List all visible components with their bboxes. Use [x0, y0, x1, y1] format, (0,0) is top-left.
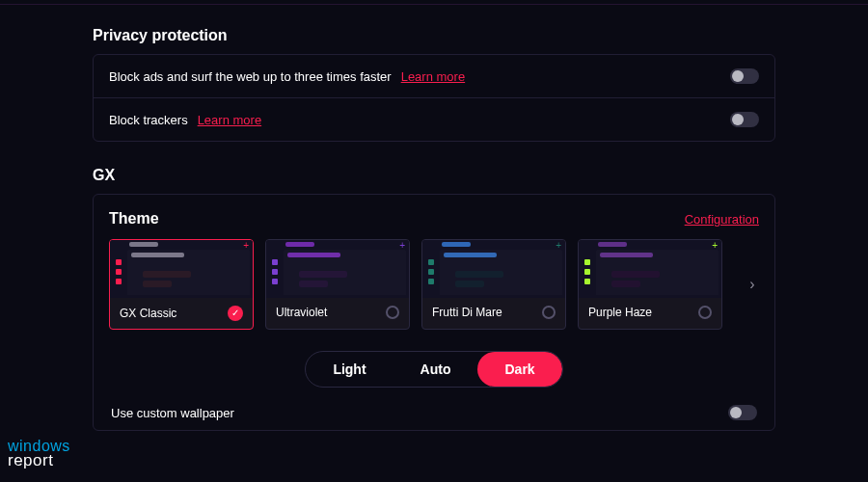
- theme-name: Purple Haze: [588, 306, 652, 319]
- theme-tile-ultraviolet[interactable]: + Ultraviolet: [265, 239, 410, 330]
- theme-card: Theme Configuration + GX Classic ✓: [93, 194, 775, 431]
- theme-tiles: + GX Classic ✓ +: [109, 239, 732, 330]
- custom-wallpaper-label: Use custom wallpaper: [111, 406, 234, 420]
- theme-name: Ultraviolet: [276, 306, 327, 319]
- check-icon: ✓: [228, 306, 243, 321]
- theme-title: Theme: [109, 210, 159, 228]
- block-ads-label: Block ads and surf the web up to three t…: [109, 69, 392, 84]
- mode-auto-button[interactable]: Auto: [393, 352, 478, 387]
- configuration-link[interactable]: Configuration: [685, 212, 759, 227]
- block-trackers-toggle[interactable]: [730, 112, 759, 127]
- radio-icon: [386, 306, 399, 319]
- radio-icon: [542, 306, 556, 319]
- custom-wallpaper-toggle[interactable]: [728, 405, 757, 420]
- block-ads-learn-more-link[interactable]: Learn more: [401, 69, 465, 84]
- theme-preview: +: [579, 240, 721, 298]
- chevron-right-icon: ›: [749, 276, 754, 292]
- block-ads-toggle[interactable]: [730, 68, 759, 84]
- block-trackers-label: Block trackers: [109, 113, 188, 127]
- custom-wallpaper-row: Use custom wallpaper: [109, 405, 759, 430]
- mode-light-button[interactable]: Light: [306, 352, 393, 387]
- color-mode-segmented: Light Auto Dark: [305, 351, 562, 388]
- privacy-card: Block ads and surf the web up to three t…: [93, 54, 775, 142]
- theme-name: GX Classic: [120, 307, 176, 320]
- watermark-line2: report: [8, 453, 70, 469]
- theme-preview: +: [266, 240, 409, 298]
- watermark: windows report: [8, 439, 70, 469]
- block-trackers-learn-more-link[interactable]: Learn more: [198, 113, 261, 127]
- theme-preview: +: [422, 240, 565, 298]
- theme-tile-frutti-di-mare[interactable]: + Frutti Di Mare: [421, 239, 566, 330]
- radio-icon: [698, 306, 712, 319]
- privacy-section-title: Privacy protection: [93, 27, 775, 44]
- gx-section-title: GX: [93, 167, 775, 184]
- theme-name: Frutti Di Mare: [432, 306, 502, 319]
- mode-dark-button[interactable]: Dark: [477, 352, 561, 387]
- theme-preview: +: [110, 240, 253, 298]
- themes-next-button[interactable]: ›: [742, 276, 759, 293]
- block-ads-row: Block ads and surf the web up to three t…: [94, 55, 774, 97]
- block-trackers-row: Block trackers Learn more: [94, 97, 774, 141]
- theme-tile-purple-haze[interactable]: + Purple Haze: [578, 239, 722, 330]
- theme-tile-gx-classic[interactable]: + GX Classic ✓: [109, 239, 254, 330]
